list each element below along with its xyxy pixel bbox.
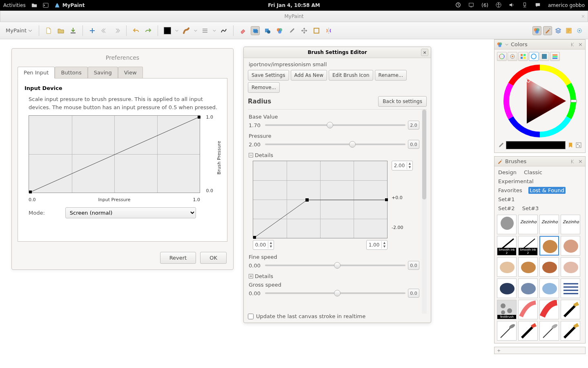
brush-thumb[interactable] — [497, 321, 517, 341]
open-file-icon[interactable] — [56, 26, 65, 35]
current-color-swatch[interactable] — [506, 141, 566, 149]
remove-button[interactable]: Remove... — [248, 82, 280, 93]
collapsed-panel[interactable]: + — [494, 347, 586, 354]
eyedropper-icon[interactable] — [287, 26, 296, 35]
new-file-icon[interactable] — [44, 26, 53, 35]
brush-thumb[interactable] — [518, 300, 538, 319]
terminal-icon[interactable] — [43, 2, 49, 8]
symmetry-icon[interactable] — [324, 26, 333, 35]
window-close-icon[interactable]: × — [581, 13, 585, 19]
back-to-settings-button[interactable]: Back to settings — [378, 96, 427, 107]
close-icon[interactable]: × — [578, 158, 583, 164]
revert-button[interactable]: Revert — [160, 252, 196, 264]
frame-icon[interactable] — [312, 26, 321, 35]
pressure-slider[interactable]: 2.00 0.0 — [249, 140, 419, 149]
chevron-down-icon[interactable] — [194, 29, 197, 32]
brush-thumb-selected[interactable] — [539, 236, 559, 256]
nav-next-icon[interactable] — [112, 26, 121, 35]
rename-button[interactable]: Rename... — [375, 70, 407, 81]
base-value-slider[interactable]: 1.70 2.0 — [249, 121, 419, 130]
color-tab-1[interactable] — [497, 52, 507, 61]
freehand-icon[interactable] — [219, 26, 228, 35]
chat-icon[interactable] — [535, 2, 541, 9]
settings-toggle-icon[interactable] — [575, 26, 584, 35]
collapse-icon[interactable] — [570, 159, 576, 164]
mode-select[interactable]: Screen (normal) — [65, 207, 196, 218]
color-wheel[interactable] — [497, 63, 583, 139]
fine-details-toggle[interactable]: +Details — [249, 273, 419, 279]
scratchpad-toggle-icon[interactable] — [564, 26, 573, 35]
brush-thumb[interactable] — [561, 236, 580, 256]
line-mode-icon[interactable] — [200, 26, 209, 35]
color-swatch-icon[interactable] — [163, 26, 172, 35]
brush-thumb[interactable]: Zezinho — [518, 215, 538, 234]
edit-brush-icon-button[interactable]: Edit Brush Icon — [329, 70, 373, 81]
brush-thumb[interactable]: TestBrush — [497, 300, 517, 319]
fine-speed-slider[interactable]: 0.00 0.0 — [249, 261, 419, 270]
save-file-icon[interactable] — [69, 26, 78, 35]
brush-thumb[interactable] — [561, 300, 580, 319]
brush-thumb[interactable] — [518, 278, 538, 298]
files-icon[interactable] — [31, 2, 37, 8]
brush-thumb[interactable] — [561, 278, 580, 298]
brush-thumb[interactable] — [518, 257, 538, 277]
notifications-count[interactable]: (6) — [481, 2, 488, 8]
add-as-new-button[interactable]: Add As New — [291, 70, 327, 81]
tab-pen-input[interactable]: Pen Input — [18, 67, 55, 79]
clock[interactable]: Fri Jan 4, 10:58 AM — [268, 2, 320, 8]
clock-icon[interactable] — [455, 2, 461, 9]
brush-thumb[interactable]: Zezinho — [561, 215, 580, 234]
pressure-curve-graph[interactable]: 1.0 0.0 Brush Pressure — [29, 115, 216, 197]
user-menu[interactable]: americo gobbo — [548, 2, 585, 8]
scrollbar[interactable] — [422, 110, 427, 314]
color-panel-toggle-icon[interactable] — [532, 26, 541, 35]
layer-tool-icon[interactable] — [251, 26, 260, 35]
color-tab-4[interactable] — [529, 52, 539, 61]
color-tool-icon[interactable] — [275, 26, 284, 35]
save-settings-button[interactable]: Save Settings — [248, 70, 289, 81]
chevron-down-icon[interactable] — [505, 43, 508, 46]
brush-thumb[interactable] — [497, 278, 517, 298]
color-tab-2[interactable] — [508, 52, 517, 61]
cat-design[interactable]: Design — [497, 169, 518, 176]
color-tab-5[interactable] — [539, 52, 549, 61]
undo-icon[interactable] — [131, 26, 140, 35]
realtime-checkbox[interactable] — [248, 314, 254, 319]
brush-thumb[interactable]: Zezinho — [539, 215, 559, 234]
eyedropper-icon[interactable] — [498, 142, 504, 148]
brush-thumb[interactable] — [497, 257, 517, 277]
realtime-checkbox-row[interactable]: Update the last canvas stroke in realtim… — [248, 313, 365, 319]
cat-lost-found[interactable]: Lost & Found — [528, 187, 566, 194]
brush-thumb[interactable] — [561, 257, 580, 277]
brush-thumb[interactable] — [539, 300, 559, 319]
brush-thumb[interactable] — [539, 321, 559, 341]
brush-editor-titlebar[interactable]: Brush Settings Editor × — [244, 47, 431, 58]
volume-icon[interactable] — [509, 2, 514, 9]
brush-thumb[interactable] — [539, 257, 559, 277]
layer-mask-icon[interactable] — [263, 26, 272, 35]
redo-icon[interactable] — [144, 26, 153, 35]
eraser-icon[interactable] — [238, 26, 247, 35]
collapse-icon[interactable] — [570, 42, 576, 47]
move-icon[interactable] — [300, 26, 309, 35]
activities-button[interactable]: Activities — [3, 2, 26, 8]
cat-experimental[interactable]: Experimental — [497, 178, 535, 185]
accessibility-icon[interactable] — [496, 2, 501, 9]
network-icon[interactable] — [522, 2, 528, 9]
brush-thumb[interactable]: Smooth Ink 2 — [497, 236, 517, 256]
brush-thumb[interactable] — [497, 215, 517, 234]
curve-x-max-spin[interactable]: 1.00▲▼ — [366, 240, 388, 250]
brush-thumb[interactable] — [561, 321, 580, 341]
brush-thumb[interactable]: Smooth Ink 2 — [518, 236, 538, 256]
palette-icon[interactable] — [575, 142, 582, 148]
cat-set3[interactable]: Set#3 — [521, 205, 540, 212]
close-icon[interactable]: × — [421, 49, 428, 56]
gross-speed-slider[interactable]: 0.00 0.0 — [249, 289, 419, 298]
ok-button[interactable]: OK — [200, 252, 227, 264]
brush-stroke-icon[interactable] — [182, 26, 191, 35]
app-menu-button[interactable]: MyPaint — [4, 26, 34, 35]
chevron-down-icon[interactable] — [213, 29, 216, 32]
tab-buttons[interactable]: Buttons — [55, 67, 87, 79]
brush-thumb[interactable] — [518, 321, 538, 341]
chevron-down-icon[interactable] — [175, 29, 178, 32]
